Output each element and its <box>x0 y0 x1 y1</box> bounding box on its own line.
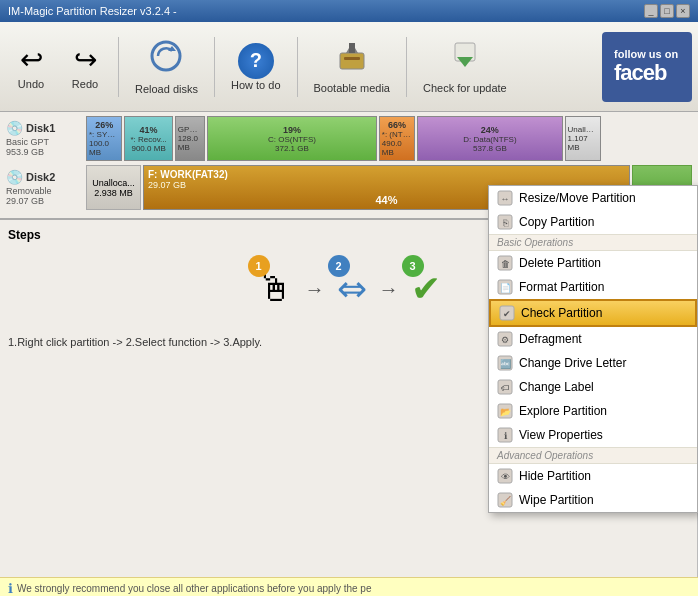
partition-segment[interactable]: 41%*: Recov...900.0 MB <box>124 116 172 161</box>
partition-pct: 66% <box>388 120 406 130</box>
disk2-type: Removable <box>6 186 82 196</box>
svg-text:✔: ✔ <box>503 309 511 319</box>
disk2-size: 29.07 GB <box>6 196 82 206</box>
partition-segment[interactable]: 19%C: OS(NTFS)372.1 GB <box>207 116 377 161</box>
partition-segment[interactable]: 24%D: Data(NTFS)537.8 GB <box>417 116 562 161</box>
ctx-label-explore: Explore Partition <box>519 404 607 418</box>
step1-number: 1 <box>248 255 270 277</box>
partition-segment[interactable]: GPT(Res...128.0 MB <box>175 116 205 161</box>
svg-rect-8 <box>461 57 469 61</box>
partition-name: D: Data(NTFS) <box>463 135 516 144</box>
howto-label: How to do <box>231 79 281 91</box>
arrow1-icon: → <box>305 278 325 301</box>
ctx-icon-copy: ⎘ <box>497 214 513 230</box>
toolbar-separator-4 <box>406 37 407 97</box>
ctx-icon-delete: 🗑 <box>497 255 513 271</box>
ctx-item-viewprops[interactable]: ℹView Properties <box>489 423 697 447</box>
step1-wrap: 1 🖱 <box>253 260 297 318</box>
partition-name: *: (NTFS) <box>382 130 412 139</box>
disk2-icon: 💿 <box>6 169 23 185</box>
disk2-unalloc-label: Unalloca... <box>92 178 135 188</box>
ctx-label-viewprops: View Properties <box>519 428 603 442</box>
howto-button[interactable]: ? How to do <box>223 39 289 95</box>
ctx-label-resize: Resize/Move Partition <box>519 191 636 205</box>
partition-name: *: SYST... <box>89 130 119 139</box>
svg-text:🗑: 🗑 <box>501 259 510 269</box>
partition-name: GPT(Res... <box>178 125 202 134</box>
partition-name: C: OS(NTFS) <box>268 135 316 144</box>
ctx-item-explore[interactable]: 📂Explore Partition <box>489 399 697 423</box>
ctx-section-basic-ops: Basic Operations <box>489 234 697 251</box>
close-button[interactable]: × <box>676 4 690 18</box>
ctx-item-format[interactable]: 📄Format Partition <box>489 275 697 299</box>
undo-label: Undo <box>18 78 44 90</box>
ctx-icon-wipe: 🧹 <box>497 492 513 508</box>
toolbar-separator-3 <box>297 37 298 97</box>
partition-size: 128.0 MB <box>178 134 202 152</box>
ctx-item-resize[interactable]: ↔Resize/Move Partition <box>489 186 697 210</box>
ctx-label-format: Format Partition <box>519 280 604 294</box>
disk1-type: Basic GPT <box>6 137 82 147</box>
redo-label: Redo <box>72 78 98 90</box>
info-icon: ℹ <box>8 581 13 596</box>
disk2-unalloc-seg[interactable]: Unalloca... 2.938 MB <box>86 165 141 210</box>
bootable-icon <box>334 39 370 82</box>
update-label: Check for update <box>423 82 507 94</box>
svg-rect-2 <box>340 53 364 69</box>
redo-button[interactable]: ↪ Redo <box>60 39 110 94</box>
bootable-button[interactable]: Bootable media <box>306 35 398 98</box>
ctx-icon-resize: ↔ <box>497 190 513 206</box>
ctx-label-hide: Hide Partition <box>519 469 591 483</box>
ctx-label-wipe: Wipe Partition <box>519 493 594 507</box>
ctx-icon-label: 🏷 <box>497 379 513 395</box>
disk2-info: 💿 Disk2 Removable 29.07 GB <box>6 169 86 206</box>
svg-text:📄: 📄 <box>500 282 512 294</box>
disk1-icon: 💿 <box>6 120 23 136</box>
disk1-row: 💿 Disk1 Basic GPT 953.9 GB 26%*: SYST...… <box>6 116 692 161</box>
ctx-item-driveletter[interactable]: 🔤Change Drive Letter <box>489 351 697 375</box>
partition-segment[interactable]: 26%*: SYST...100.0 MB <box>86 116 122 161</box>
minimize-button[interactable]: _ <box>644 4 658 18</box>
ctx-item-defrag[interactable]: ⚙Defragment <box>489 327 697 351</box>
arrow2-icon: → <box>379 278 399 301</box>
disk1-name: Disk1 <box>26 122 55 134</box>
partition-name: *: Recov... <box>130 135 166 144</box>
disk2-work-pct: 44% <box>375 194 397 206</box>
reload-icon <box>148 38 184 81</box>
facebook-promo[interactable]: follow us onfaceb <box>602 32 692 102</box>
ctx-item-delete[interactable]: 🗑Delete Partition <box>489 251 697 275</box>
reload-button[interactable]: Reload disks <box>127 34 206 99</box>
disk1-size: 953.9 GB <box>6 147 82 157</box>
ctx-label-label: Change Label <box>519 380 594 394</box>
undo-button[interactable]: ↩ Undo <box>6 39 56 94</box>
partition-size: 900.0 MB <box>131 144 165 153</box>
ctx-icon-driveletter: 🔤 <box>497 355 513 371</box>
ctx-label-driveletter: Change Drive Letter <box>519 356 626 370</box>
ctx-icon-viewprops: ℹ <box>497 427 513 443</box>
ctx-item-copy[interactable]: ⎘Copy Partition <box>489 210 697 234</box>
context-menu: ↔Resize/Move Partition⎘Copy PartitionBas… <box>488 185 698 513</box>
partition-size: 537.8 GB <box>473 144 507 153</box>
redo-icon: ↪ <box>74 43 97 76</box>
ctx-item-label[interactable]: 🏷Change Label <box>489 375 697 399</box>
toolbar-separator-1 <box>118 37 119 97</box>
ctx-item-hide[interactable]: 👁Hide Partition <box>489 464 697 488</box>
info-bar: ℹ We strongly recommend you close all ot… <box>0 577 698 596</box>
ctx-label-check: Check Partition <box>521 306 602 320</box>
partition-size: 100.0 MB <box>89 139 119 157</box>
toolbar: ↩ Undo ↪ Redo Reload disks ? How to do <box>0 22 698 112</box>
partition-segment[interactable]: 66%*: (NTFS)490.0 MB <box>379 116 415 161</box>
ctx-icon-hide: 👁 <box>497 468 513 484</box>
update-button[interactable]: Check for update <box>415 35 515 98</box>
ctx-item-check[interactable]: ✔Check Partition <box>489 299 697 327</box>
maximize-button[interactable]: □ <box>660 4 674 18</box>
svg-text:📂: 📂 <box>500 406 512 418</box>
step3-number: 3 <box>402 255 424 277</box>
howto-icon: ? <box>238 43 274 79</box>
partition-segment[interactable]: Unalloca...1.107 MB <box>565 116 601 161</box>
ctx-icon-defrag: ⚙ <box>497 331 513 347</box>
ctx-label-defrag: Defragment <box>519 332 582 346</box>
ctx-item-wipe[interactable]: 🧹Wipe Partition <box>489 488 697 512</box>
step2-wrap: 2 ⇔ <box>333 260 371 318</box>
disk2-name: Disk2 <box>26 171 55 183</box>
